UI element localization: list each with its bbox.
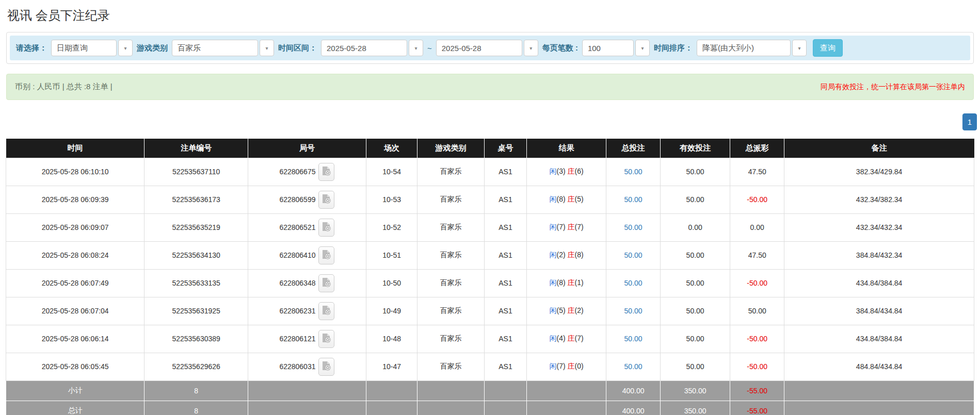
header-remark: 备注 bbox=[784, 139, 974, 158]
search-button[interactable]: 查询 bbox=[813, 39, 843, 57]
cell-valid-bet: 50.00 bbox=[661, 241, 730, 269]
result-banker-points: (2) bbox=[575, 306, 584, 314]
result-banker-points: (6) bbox=[575, 167, 584, 175]
total-bet-link[interactable]: 50.00 bbox=[624, 362, 642, 371]
video-record-icon bbox=[322, 277, 331, 289]
result-player-label: 闲 bbox=[550, 306, 557, 314]
footer-remark bbox=[784, 380, 974, 401]
cell-valid-bet: 0.00 bbox=[661, 213, 730, 241]
cell-bet-id: 522535634130 bbox=[144, 241, 248, 269]
game-type-combo: ▾ bbox=[172, 40, 274, 56]
table-row: 2025-05-28 06:09:07 522535635219 6228065… bbox=[6, 213, 974, 241]
date-to-dropdown-button[interactable]: ▾ bbox=[524, 40, 538, 56]
date-to-combo: ▾ bbox=[436, 40, 538, 56]
cell-session: 10-47 bbox=[366, 353, 417, 380]
cell-game-type: 百家乐 bbox=[417, 213, 484, 241]
table-footer-row: 总计 8 400.00 350.00 -55.00 bbox=[6, 401, 974, 415]
bet-records-table: 时间 注单编号 局号 场次 游戏类别 桌号 结果 总投注 有效投注 总派彩 备注… bbox=[6, 139, 974, 415]
cell-session: 10-51 bbox=[366, 241, 417, 269]
sort-order-dropdown-button[interactable]: ▾ bbox=[792, 40, 807, 56]
result-banker-points: (0) bbox=[575, 362, 584, 370]
footer-remark bbox=[784, 401, 974, 415]
result-banker-points: (8) bbox=[575, 251, 584, 259]
video-record-icon bbox=[322, 166, 331, 177]
cell-table-no: AS1 bbox=[484, 241, 527, 269]
cell-round-id: 622806521 bbox=[248, 213, 366, 241]
result-banker-label: 庄 bbox=[568, 278, 575, 287]
summary-bar: 币别 : 人民币 | 总共 :8 注单 | 同局有效投注，统一计算在该局第一张注… bbox=[6, 74, 974, 100]
cell-table-no: AS1 bbox=[484, 353, 527, 380]
date-from-dropdown-button[interactable]: ▾ bbox=[409, 40, 423, 56]
video-record-button[interactable] bbox=[318, 163, 334, 181]
pagination-page-1-button[interactable]: 1 bbox=[962, 113, 977, 130]
cell-remark: 382.34/429.84 bbox=[784, 158, 974, 186]
cell-session: 10-53 bbox=[366, 186, 417, 213]
cell-total-payout: 47.50 bbox=[730, 158, 784, 186]
video-record-button[interactable] bbox=[318, 302, 334, 320]
footer-empty-game bbox=[417, 401, 484, 415]
total-bet-link[interactable]: 50.00 bbox=[624, 307, 642, 315]
query-type-input[interactable] bbox=[51, 40, 117, 56]
video-record-button[interactable] bbox=[318, 358, 334, 376]
result-banker-label: 庄 bbox=[568, 223, 575, 231]
result-player-points: (7) bbox=[557, 223, 566, 231]
game-type-dropdown-button[interactable]: ▾ bbox=[260, 40, 274, 56]
video-record-button[interactable] bbox=[318, 191, 334, 209]
cell-result: 闲(7) 庄(0) bbox=[527, 353, 606, 380]
cell-table-no: AS1 bbox=[484, 325, 527, 353]
total-bet-link[interactable]: 50.00 bbox=[624, 195, 642, 204]
footer-empty-result bbox=[527, 380, 606, 401]
video-record-button[interactable] bbox=[318, 274, 334, 292]
date-to-input[interactable] bbox=[436, 40, 522, 56]
total-bet-link[interactable]: 50.00 bbox=[624, 335, 642, 343]
filter-bar: 请选择： ▾ 游戏类别 ▾ 时间区间： ▾ ~ ▾ 每页笔数 : ▾ 时间排序：… bbox=[10, 36, 970, 60]
header-total-payout: 总派彩 bbox=[730, 139, 784, 158]
table-row: 2025-05-28 06:10:10 522535637110 6228066… bbox=[6, 158, 974, 186]
round-id-text: 622806231 bbox=[279, 307, 315, 315]
cell-result: 闲(3) 庄(6) bbox=[527, 158, 606, 186]
cell-game-type: 百家乐 bbox=[417, 353, 484, 380]
round-id-text: 622806599 bbox=[279, 195, 315, 204]
total-bet-link[interactable]: 50.00 bbox=[624, 279, 642, 287]
game-type-input[interactable] bbox=[172, 40, 258, 56]
cell-remark: 384.84/432.34 bbox=[784, 241, 974, 269]
total-bet-link[interactable]: 50.00 bbox=[624, 223, 642, 231]
table-row: 2025-05-28 06:08:24 522535634130 6228064… bbox=[6, 241, 974, 269]
cell-table-no: AS1 bbox=[484, 297, 527, 325]
result-player-label: 闲 bbox=[550, 334, 557, 342]
query-type-dropdown-button[interactable]: ▾ bbox=[118, 40, 133, 56]
date-from-input[interactable] bbox=[321, 40, 407, 56]
cell-session: 10-48 bbox=[366, 325, 417, 353]
per-page-input[interactable] bbox=[582, 40, 634, 56]
footer-empty-round bbox=[248, 401, 366, 415]
header-result: 结果 bbox=[527, 139, 606, 158]
cell-valid-bet: 50.00 bbox=[661, 186, 730, 213]
per-page-dropdown-button[interactable]: ▾ bbox=[635, 40, 650, 56]
cell-table-no: AS1 bbox=[484, 269, 527, 297]
cell-time: 2025-05-28 06:08:24 bbox=[6, 241, 144, 269]
cell-total-bet: 50.00 bbox=[606, 297, 661, 325]
cell-bet-id: 522535631925 bbox=[144, 297, 248, 325]
cell-round-id: 622806031 bbox=[248, 353, 366, 380]
result-banker-points: (5) bbox=[575, 195, 584, 203]
result-banker-label: 庄 bbox=[568, 334, 575, 342]
cell-total-bet: 50.00 bbox=[606, 213, 661, 241]
cell-table-no: AS1 bbox=[484, 158, 527, 186]
result-banker-label: 庄 bbox=[568, 306, 575, 314]
cell-time: 2025-05-28 06:07:04 bbox=[6, 297, 144, 325]
video-record-button[interactable] bbox=[318, 219, 334, 237]
total-bet-link[interactable]: 50.00 bbox=[624, 251, 642, 259]
footer-valid-bet: 350.00 bbox=[661, 380, 730, 401]
range-separator: ~ bbox=[427, 44, 432, 53]
video-record-button[interactable] bbox=[318, 246, 334, 264]
result-banker-label: 庄 bbox=[568, 167, 575, 175]
video-record-icon bbox=[322, 333, 331, 344]
video-record-button[interactable] bbox=[318, 330, 334, 348]
result-banker-points: (1) bbox=[575, 278, 584, 287]
sort-order-input[interactable] bbox=[697, 40, 791, 56]
result-player-label: 闲 bbox=[550, 195, 557, 203]
cell-total-bet: 50.00 bbox=[606, 325, 661, 353]
total-bet-link[interactable]: 50.00 bbox=[624, 168, 642, 176]
video-record-icon bbox=[322, 194, 331, 205]
cell-game-type: 百家乐 bbox=[417, 269, 484, 297]
